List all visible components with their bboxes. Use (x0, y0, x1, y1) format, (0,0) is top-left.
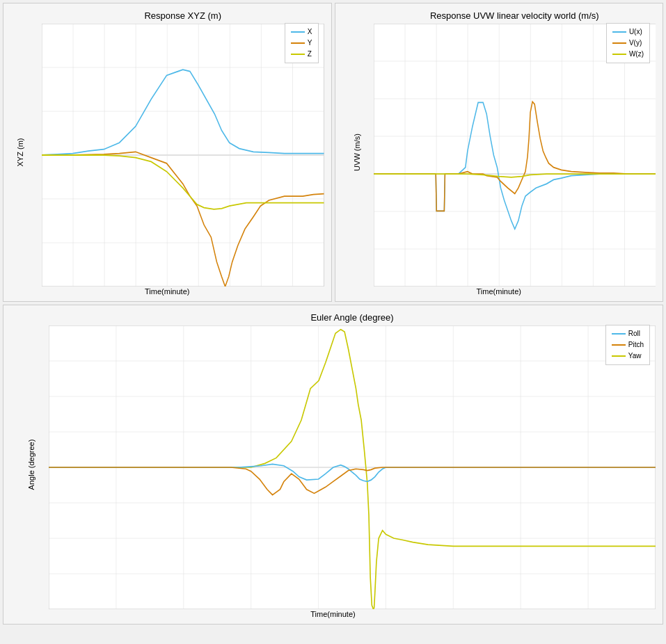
legend-item-ux: U(x) (612, 26, 644, 38)
chart-euler-legend: Roll Pitch Yaw (605, 325, 650, 365)
chart-euler-xlabel: Time(minute) (310, 610, 355, 618)
chart-euler-svg: -200 -150 -100 -50 0 50 100 150 200 0 1 … (49, 325, 656, 609)
legend-item-y: Y (291, 38, 312, 49)
legend-label-ux: U(x) (629, 26, 642, 38)
legend-label-z: Z (308, 49, 312, 60)
legend-line-x (291, 31, 305, 33)
legend-item-z: Z (291, 49, 312, 60)
legend-label-vy: V(y) (629, 38, 642, 49)
legend-item-roll: Roll (612, 328, 644, 339)
legend-line-ux (612, 31, 626, 33)
legend-item-pitch: Pitch (612, 339, 644, 351)
legend-line-vy (612, 42, 626, 44)
legend-item-x: X (291, 26, 312, 38)
chart-xyz-title: Response XYZ (m) (42, 10, 324, 21)
chart-xyz-xlabel: Time(minute) (145, 287, 189, 296)
legend-item-wz: W(z) (612, 49, 644, 60)
legend-line-z (291, 54, 305, 55)
chart-uvw-title: Response UVW linear velocity world (m/s) (374, 10, 656, 21)
chart-euler-title: Euler Angle (degree) (49, 312, 656, 323)
legend-label-roll: Roll (628, 328, 640, 339)
legend-line-yaw (612, 355, 626, 357)
legend-item-yaw: Yaw (612, 351, 644, 362)
legend-line-pitch (612, 344, 626, 346)
chart-uvw-legend: U(x) V(y) W(z) (606, 23, 650, 63)
chart-xyz-svg: -60 -40 -20 0 20 40 60 0 1 2 3 4 5 6 7 8… (42, 24, 324, 287)
legend-label-pitch: Pitch (628, 339, 644, 351)
chart-euler: Euler Angle (degree) Angle (degree) Time… (3, 305, 663, 625)
legend-line-wz (612, 54, 626, 55)
chart-xyz-legend: X Y Z (285, 23, 319, 63)
chart-uvw-ylabel: UVW (m/s) (352, 134, 360, 171)
legend-item-vy: V(y) (612, 38, 644, 49)
legend-label-y: Y (308, 38, 312, 49)
chart-xyz-ylabel: XYZ (m) (16, 138, 24, 167)
chart-xyz: Response XYZ (m) XYZ (m) Time(minute) X … (3, 3, 332, 302)
legend-line-y (291, 42, 305, 44)
legend-label-yaw: Yaw (628, 351, 642, 362)
main-container: Response XYZ (m) XYZ (m) Time(minute) X … (0, 0, 666, 644)
legend-line-roll (612, 333, 626, 335)
chart-uvw: Response UVW linear velocity world (m/s)… (335, 3, 664, 302)
legend-label-x: X (308, 26, 312, 38)
chart-uvw-xlabel: Time(minute) (477, 287, 521, 296)
chart-euler-ylabel: Angle (degree) (27, 440, 35, 490)
legend-label-wz: W(z) (629, 49, 644, 60)
